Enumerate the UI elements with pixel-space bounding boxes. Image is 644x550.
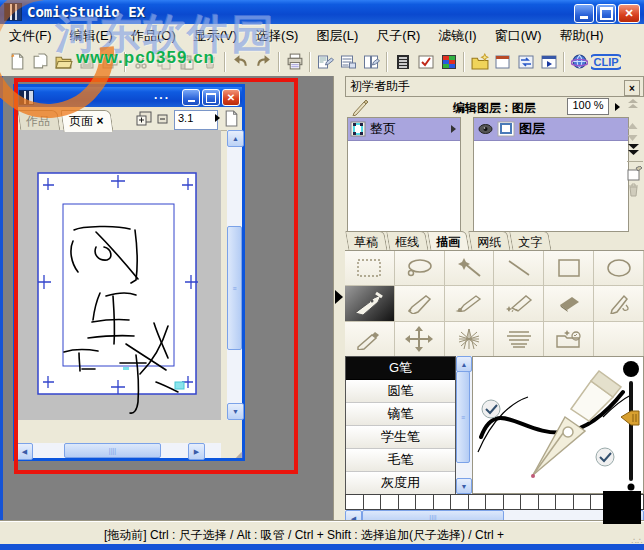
tool-magic-wand[interactable] (445, 251, 495, 286)
jump-double-down-icon[interactable] (627, 143, 640, 156)
assistant-close-icon[interactable]: × (624, 80, 640, 96)
layer-list[interactable]: 图层 (473, 117, 629, 232)
maximize-button[interactable] (596, 4, 616, 23)
menu-help[interactable]: 帮助(H) (551, 24, 613, 48)
sync-icon[interactable] (514, 50, 537, 73)
undo-icon[interactable] (229, 50, 252, 73)
pen-item-brush[interactable]: 毛笔 (346, 449, 455, 472)
page-list-icon[interactable] (337, 50, 360, 73)
expand-icon[interactable] (451, 125, 456, 133)
tab-tone[interactable]: 网纸 (468, 231, 511, 252)
pen-item-g[interactable]: G笔 (346, 357, 455, 380)
tool-gradient[interactable] (445, 322, 495, 357)
menu-filter[interactable]: 滤镜(I) (429, 24, 485, 48)
tool-material-folder[interactable] (544, 322, 594, 357)
tool-marker[interactable] (395, 286, 445, 321)
assistant-header[interactable]: 初学者助手 × (345, 76, 644, 97)
tab-text[interactable]: 文字 (509, 231, 552, 252)
zoom-menu-arrow-icon[interactable] (215, 114, 220, 122)
scroll-thumb[interactable]: ≡ (227, 226, 242, 350)
save-icon[interactable] (75, 50, 98, 73)
page-manager-icon[interactable] (314, 50, 337, 73)
canvas-area[interactable] (16, 130, 221, 420)
layer-item-row[interactable]: 图层 (474, 118, 628, 141)
visibility-eye-icon[interactable] (478, 123, 493, 135)
pen-list-scrollbar[interactable]: ▲ ≡ ▼ (456, 356, 472, 494)
zoom-out-icon[interactable] (157, 114, 168, 124)
menu-view[interactable]: 显示(V) (185, 24, 246, 48)
delete-icon[interactable] (198, 50, 221, 73)
layer-thumb-icon[interactable] (497, 121, 515, 137)
open-icon[interactable] (52, 50, 75, 73)
tool-marquee[interactable] (345, 251, 395, 286)
tool-brush[interactable] (445, 286, 495, 321)
scroll-thumb[interactable]: ≡ (456, 371, 470, 463)
tab-frame[interactable]: 框线 (386, 231, 429, 252)
new-layer-icon[interactable] (627, 167, 643, 180)
color-settings-icon[interactable] (437, 50, 460, 73)
pen-item-maru[interactable]: 圆笔 (346, 380, 455, 403)
fit-window-icon[interactable] (136, 111, 152, 126)
tool-ellipse[interactable] (594, 251, 644, 286)
close-button[interactable]: ✕ (618, 4, 640, 23)
delete-layer-trash-icon[interactable] (627, 183, 640, 196)
tool-move[interactable] (395, 322, 445, 357)
scroll-right-icon[interactable]: ▶ (188, 443, 205, 460)
panel-expand-arrow-icon[interactable] (335, 290, 343, 304)
scroll-thumb[interactable]: |||| (64, 443, 161, 458)
minimize-button[interactable] (574, 4, 594, 23)
menu-select[interactable]: 选择(S) (246, 24, 307, 48)
story-manager-icon[interactable] (360, 50, 383, 73)
tab-draw[interactable]: 描画 (427, 231, 470, 252)
scroll-left-icon[interactable]: ◀ (16, 443, 33, 460)
scroll-down-icon[interactable]: ▼ (456, 478, 472, 494)
tool-line[interactable] (494, 251, 544, 286)
scroll-up-icon[interactable]: ▲ (456, 356, 472, 372)
scroll-down-icon[interactable]: ▼ (227, 403, 244, 420)
redo-icon[interactable] (252, 50, 275, 73)
tool-rectangle[interactable] (544, 251, 594, 286)
tool-lasso[interactable] (395, 251, 445, 286)
layer-opacity-field[interactable]: 100 % (567, 98, 609, 115)
tab-page[interactable]: 页面 × (60, 110, 113, 132)
doc-maximize-button[interactable] (202, 89, 220, 106)
menu-story[interactable]: 作品(O) (122, 24, 185, 48)
menu-ruler[interactable]: 尺子(R) (367, 24, 429, 48)
clip-logo-icon[interactable]: CLIP (591, 50, 621, 73)
page-list[interactable]: 整页 (347, 117, 461, 232)
pen-item-kabura[interactable]: 镝笔 (346, 403, 455, 426)
menu-layer[interactable]: 图层(L) (307, 24, 367, 48)
menu-file[interactable]: 文件(F) (0, 24, 61, 48)
pen-item-gray[interactable]: 灰度用 (346, 472, 455, 495)
copy-icon[interactable] (152, 50, 175, 73)
cut-icon[interactable] (129, 50, 152, 73)
web-icon[interactable] (568, 50, 591, 73)
doc-vertical-scrollbar[interactable]: ▲ ≡ ▼ (227, 130, 242, 420)
paste-icon[interactable] (175, 50, 198, 73)
scroll-up-icon[interactable]: ▲ (227, 130, 244, 147)
zoom-value-field[interactable]: 3.1 (174, 110, 218, 130)
window-layout-icon[interactable] (491, 50, 514, 73)
list-view-icon[interactable] (391, 50, 414, 73)
run-icon[interactable] (537, 50, 560, 73)
pen-item-school[interactable]: 学生笔 (346, 426, 455, 449)
tool-eraser[interactable] (544, 286, 594, 321)
doc-close-button[interactable]: ✕ (222, 89, 240, 106)
materials-icon[interactable] (468, 50, 491, 73)
size-preset-strip[interactable] (345, 494, 644, 510)
doc-horizontal-scrollbar[interactable]: ◀ |||| ▶ (16, 443, 221, 458)
new-page-icon[interactable] (6, 50, 29, 73)
document-titlebar[interactable]: ... ✕ (16, 87, 242, 107)
collapse-double-up-icon[interactable] (627, 97, 639, 110)
tab-draft[interactable]: 草稿 (345, 231, 388, 252)
tab-close-icon[interactable]: × (96, 114, 103, 128)
doc-minimize-button[interactable] (182, 89, 200, 106)
tool-focus-lines[interactable] (494, 322, 544, 357)
tool-pen[interactable] (345, 286, 395, 321)
tab-story[interactable]: 作品 (17, 110, 60, 132)
tool-eyedropper[interactable] (345, 322, 395, 357)
menu-window[interactable]: 窗口(W) (486, 24, 551, 48)
save-all-icon[interactable] (98, 50, 121, 73)
pen-list[interactable]: G笔 圆笔 镝笔 学生笔 毛笔 灰度用 (345, 356, 456, 494)
tool-pattern-brush[interactable] (494, 286, 544, 321)
